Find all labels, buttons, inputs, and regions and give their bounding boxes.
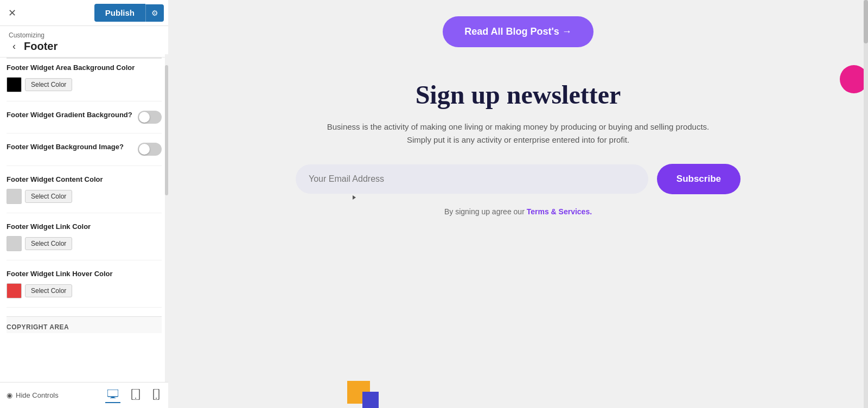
footer-widget-link-hover-label: Footer Widget Link Hover Color: [7, 269, 162, 279]
footer-widget-link-color-group: Footer Widget Link Color Select Color: [7, 222, 162, 260]
svg-rect-0: [107, 390, 118, 397]
settings-button[interactable]: ⚙: [145, 4, 164, 22]
publish-button[interactable]: Publish: [94, 4, 145, 22]
blue-shape: [362, 392, 379, 408]
footer-widget-content-color-group: Footer Widget Content Color Select Color: [7, 175, 162, 213]
svg-rect-1: [111, 397, 114, 398]
customizing-label: Customizing: [9, 31, 159, 39]
newsletter-description: Business is the activity of making one l…: [327, 120, 710, 146]
footer-widget-bg-color-swatch[interactable]: [7, 77, 22, 92]
footer-widget-content-color-swatch[interactable]: [7, 189, 22, 204]
footer-widget-bg-color-row: Select Color: [7, 77, 162, 92]
footer-widget-bg-color-button[interactable]: Select Color: [25, 78, 72, 91]
terms-text: By signing up agree our Terms & Services…: [444, 207, 592, 216]
hide-controls-icon: ◉: [7, 391, 12, 399]
close-button[interactable]: ✕: [4, 5, 20, 21]
footer-widget-link-color-row: Select Color: [7, 236, 162, 251]
footer-widget-gradient-group: Footer Widget Gradient Background?: [7, 110, 162, 133]
terms-link[interactable]: Terms & Services.: [527, 207, 592, 216]
mobile-icon-button[interactable]: [151, 388, 162, 403]
tablet-icon-button[interactable]: [129, 388, 142, 403]
newsletter-desc-line2: Simply put it is any activity or enterpr…: [407, 135, 629, 144]
footer-widget-content-color-label: Footer Widget Content Color: [7, 175, 162, 184]
bottom-bar: ◉ Hide Controls: [0, 382, 168, 408]
footer-widget-bg-color-label: Footer Widget Area Background Color: [7, 63, 162, 73]
footer-widget-link-color-swatch[interactable]: [7, 236, 22, 251]
back-button[interactable]: ‹: [9, 41, 20, 52]
footer-widget-link-hover-group: Footer Widget Link Hover Color Select Co…: [7, 269, 162, 308]
hide-controls-button[interactable]: ◉ Hide Controls: [7, 391, 59, 399]
footer-widget-link-color-label: Footer Widget Link Color: [7, 222, 162, 232]
newsletter-section: Sign up newsletter Business is the activ…: [285, 58, 751, 227]
footer-widget-link-color-button[interactable]: Select Color: [25, 237, 72, 250]
svg-point-6: [156, 398, 157, 399]
footer-widget-link-hover-button[interactable]: Select Color: [25, 284, 72, 297]
copyright-area-label: COPYRIGHT AREA: [7, 316, 162, 333]
footer-widget-gradient-label: Footer Widget Gradient Background?: [7, 110, 132, 120]
blog-post-area: Read All Blog Post's →: [168, 0, 868, 58]
footer-widget-bg-image-label: Footer Widget Background Image?: [7, 142, 124, 152]
svg-point-4: [135, 398, 136, 399]
newsletter-title: Sign up newsletter: [416, 80, 621, 110]
footer-widget-content-color-row: Select Color: [7, 189, 162, 204]
footer-widget-content-color-button[interactable]: Select Color: [25, 190, 72, 203]
hide-controls-label: Hide Controls: [16, 391, 59, 399]
top-bar: ✕ Publish ⚙: [0, 0, 168, 26]
footer-widget-bg-image-group: Footer Widget Background Image?: [7, 142, 162, 165]
right-scrollbar[interactable]: [864, 0, 868, 408]
footer-widget-gradient-toggle[interactable]: [138, 111, 162, 124]
customizer-panel: ✕ Publish ⚙ Customizing ‹ Footer Footer …: [0, 0, 168, 408]
read-all-blog-posts-button[interactable]: Read All Blog Post's →: [443, 16, 593, 47]
right-scrollbar-thumb[interactable]: [864, 0, 868, 43]
desktop-icon-button[interactable]: [105, 388, 120, 403]
subscribe-button[interactable]: Subscribe: [657, 164, 741, 194]
panel-content: Footer Widget Area Background Color Sele…: [0, 58, 168, 382]
email-input[interactable]: [296, 164, 648, 194]
footer-widget-bg-color-group: Footer Widget Area Background Color Sele…: [7, 63, 162, 101]
footer-widget-link-hover-row: Select Color: [7, 283, 162, 298]
svg-rect-2: [110, 398, 116, 398]
footer-widget-link-hover-swatch[interactable]: [7, 283, 22, 298]
device-icons: [105, 388, 162, 403]
newsletter-form: Subscribe: [296, 164, 741, 194]
section-title: Footer: [24, 40, 58, 53]
terms-static-text: By signing up agree our: [444, 207, 525, 216]
footer-widget-gradient-row: Footer Widget Gradient Background?: [7, 110, 162, 124]
publish-area: Publish ⚙: [94, 4, 164, 22]
newsletter-desc-line1: Business is the activity of making one l…: [327, 122, 710, 131]
footer-widget-bg-image-toggle[interactable]: [138, 143, 162, 156]
footer-widget-bg-image-row: Footer Widget Background Image?: [7, 142, 162, 156]
preview-area: Read All Blog Post's → Sign up newslette…: [168, 0, 868, 408]
section-title-row: ‹ Footer: [9, 40, 159, 53]
breadcrumb: Customizing ‹ Footer: [0, 26, 168, 58]
